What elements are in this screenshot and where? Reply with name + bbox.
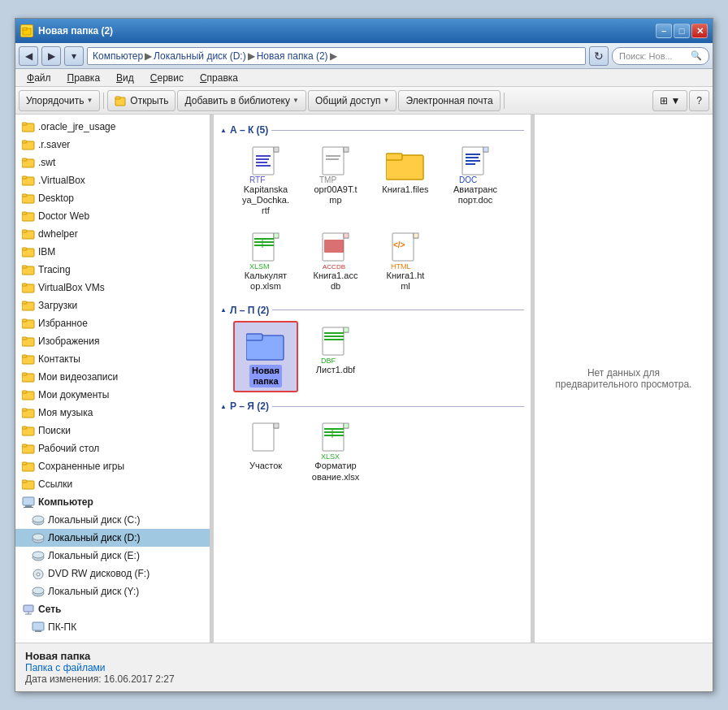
sidebar-item-searches[interactable]: Поиски [15, 422, 210, 439]
sidebar-item-favorites[interactable]: Избранное [15, 314, 210, 332]
svg-rect-117 [274, 423, 279, 428]
file-item-list1-dbf[interactable]: DBF Лист1.dbf [303, 321, 368, 392]
search-box[interactable]: Поиск: Нов... 🔍 [612, 47, 709, 65]
menu-edit[interactable]: Правка [61, 71, 107, 85]
sidebar-item-images[interactable]: Изображения [15, 332, 210, 350]
file-item-novaya-papka[interactable]: Новаяпапка [233, 321, 298, 392]
file-icon-folder-kniga1 [386, 145, 425, 184]
forward-button[interactable]: ▶ [41, 46, 61, 66]
group-header-ak: А – К (5) [220, 124, 524, 136]
sidebar-item-oracle[interactable]: .oracle_jre_usage [15, 118, 210, 136]
file-item-calculator[interactable]: XLSM Калькулятор.xlsm [233, 227, 298, 297]
add-to-library-button[interactable]: Добавить в библиотеку ▼ [177, 90, 306, 111]
sidebar-item-virtualbox[interactable]: .VirtualBox [15, 171, 210, 189]
group-header-rya: Р – Я (2) [220, 400, 524, 412]
add-to-library-label: Добавить в библиотеку [184, 95, 290, 106]
sidebar-item-documents[interactable]: Мои документы [15, 386, 210, 404]
status-filetype: Папка с файлами [25, 662, 703, 673]
sidebar-item-computer[interactable]: Компьютер [15, 493, 210, 511]
svg-text:XLSX: XLSX [321, 452, 340, 461]
sidebar-item-pc-pc[interactable]: ПК-ПК [15, 618, 210, 636]
sidebar-item-disk-y[interactable]: Локальный диск (Y:) [15, 582, 210, 600]
sidebar-item-tracing[interactable]: Tracing [15, 261, 210, 279]
refresh-button[interactable]: ↻ [589, 46, 609, 66]
close-button[interactable]: ✕ [691, 24, 708, 38]
file-item-kapitanskaya[interactable]: RTF Kapitanskaya_Dochka.rtf [233, 141, 298, 222]
share-button[interactable]: Общий доступ ▼ [308, 90, 397, 111]
open-button[interactable]: Открыть [107, 90, 176, 111]
svg-rect-39 [22, 426, 27, 429]
file-item-aviatransport[interactable]: DOC Авиатранспорт.doc [443, 141, 508, 222]
email-button[interactable]: Электронная почта [398, 90, 500, 111]
svg-point-52 [32, 534, 44, 540]
svg-text:HTML: HTML [391, 262, 411, 271]
file-item-opr00a9t[interactable]: TMP opr00A9T.tmp [303, 141, 368, 222]
svg-rect-120 [344, 423, 349, 428]
path-computer[interactable]: Компьютер [93, 50, 143, 62]
svg-point-54 [32, 552, 44, 558]
sidebar-item-desktop[interactable]: Desktop [15, 189, 210, 207]
sidebar-item-savedgames[interactable]: Сохраненные игры [15, 457, 210, 475]
sidebar-item-videos[interactable]: Мои видеозаписи [15, 368, 210, 386]
status-filename: Новая папка [25, 650, 703, 662]
sidebar-item-disk-c[interactable]: Локальный диск (C:) [15, 511, 210, 529]
svg-rect-76 [326, 158, 339, 160]
recent-locations-button[interactable]: ▾ [64, 46, 84, 66]
svg-rect-48 [24, 507, 33, 508]
sidebar-item-network[interactable]: Сеть [15, 600, 210, 618]
window-controls: – □ ✕ [656, 24, 708, 38]
file-label: Авиатранспорт.doc [453, 184, 497, 206]
file-item-kniga1-html[interactable]: </>HTML Книга1.html [373, 227, 438, 297]
svg-rect-103 [414, 233, 418, 238]
sidebar-item-desktop-ru[interactable]: Рабочий стол [15, 439, 210, 457]
sidebar-item-links[interactable]: Ссылки [15, 475, 210, 493]
sidebar-item-swt[interactable]: .swt [15, 154, 210, 171]
svg-rect-17 [22, 230, 27, 232]
sidebar-item-downloads[interactable]: Загрузки [15, 297, 210, 314]
svg-rect-75 [326, 155, 340, 157]
sidebar-item-rsaver[interactable]: .r.saver [15, 136, 210, 154]
svg-text:DBF: DBF [321, 357, 336, 365]
sidebar-item-ibm[interactable]: IBM [15, 243, 210, 261]
file-item-formatirovanie[interactable]: XLSX Форматирование.xlsx [303, 417, 368, 487]
path-folder[interactable]: Новая папка (2) [257, 50, 328, 62]
svg-rect-107 [246, 334, 262, 340]
svg-rect-93 [254, 245, 274, 246]
menu-file[interactable]: Файл [20, 71, 58, 85]
organize-button[interactable]: Упорядочить ▼ [19, 90, 100, 111]
sidebar-item-dvd-f[interactable]: DVD RW дисковод (F:) [15, 565, 210, 582]
main-window: Новая папка (2) – □ ✕ ◀ ▶ ▾ Компьютер ▶ … [15, 18, 713, 692]
file-item-kniga1-files[interactable]: Книга1.files [373, 141, 438, 222]
menu-help[interactable]: Справка [193, 71, 245, 85]
svg-rect-5 [22, 123, 27, 125]
file-icon-accdb: ACCDB [316, 232, 355, 271]
file-item-uchastok[interactable]: Участок [233, 417, 298, 487]
svg-rect-86 [466, 163, 475, 165]
content-area: .oracle_jre_usage .r.saver .swt .Virtual… [15, 115, 713, 643]
svg-rect-33 [22, 373, 27, 375]
sidebar-item-contacts[interactable]: Контакты [15, 350, 210, 368]
sidebar-item-music[interactable]: Моя музыка [15, 404, 210, 422]
maximize-button[interactable]: □ [674, 24, 690, 38]
svg-point-50 [32, 516, 44, 522]
help-button[interactable]: ? [689, 90, 709, 111]
svg-rect-91 [254, 238, 274, 240]
file-label: opr00A9T.tmp [314, 184, 357, 206]
menu-service[interactable]: Сервис [144, 71, 190, 85]
path-disk[interactable]: Локальный диск (D:) [154, 50, 246, 62]
sidebar-item-dwhelper[interactable]: dwhelper [15, 225, 210, 243]
minimize-button[interactable]: – [656, 24, 672, 38]
file-icon-tmp: TMP [316, 145, 355, 184]
svg-rect-62 [32, 622, 44, 630]
sidebar-item-virtualboxvms[interactable]: VirtualBox VMs [15, 279, 210, 297]
sidebar-item-doctorweb[interactable]: Doctor Web [15, 207, 210, 225]
file-item-kniga1-accdb[interactable]: ACCDB Книга1.accdb [303, 227, 368, 297]
svg-rect-121 [324, 428, 344, 430]
view-toggle-button[interactable]: ⊞ ▼ [652, 90, 687, 111]
menu-view[interactable]: Вид [110, 71, 141, 85]
back-button[interactable]: ◀ [19, 46, 38, 66]
sidebar-item-disk-d[interactable]: Локальный диск (D:) [15, 529, 210, 547]
svg-rect-23 [22, 284, 27, 286]
address-path[interactable]: Компьютер ▶ Локальный диск (D:) ▶ Новая … [87, 47, 586, 65]
sidebar-item-disk-e[interactable]: Локальный диск (E:) [15, 547, 210, 565]
